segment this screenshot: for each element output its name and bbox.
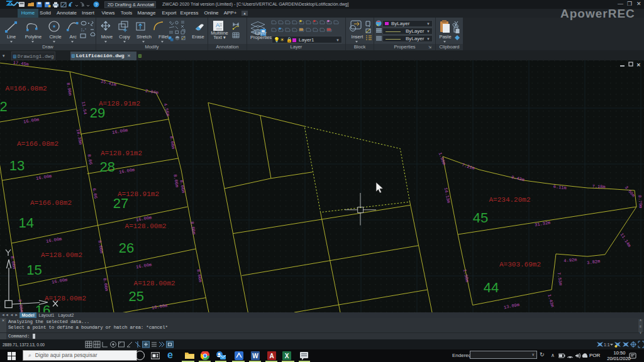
svg-text:✕: ✕ (636, 62, 641, 68)
svg-text:A=128.00m2: A=128.00m2 (125, 222, 167, 230)
svg-text:A: A (269, 353, 274, 359)
svg-text:A=166.08m2: A=166.08m2 (17, 140, 58, 148)
svg-text:A=166.08m2: A=166.08m2 (30, 199, 72, 207)
svg-text:A: A (216, 22, 219, 28)
svg-text:44: 44 (484, 280, 499, 295)
svg-text:13: 13 (9, 158, 25, 173)
svg-text:A=128.00m2: A=128.00m2 (45, 295, 86, 302)
svg-text:A=128.00m2: A=128.00m2 (134, 280, 175, 287)
svg-text:W: W (252, 353, 258, 359)
svg-text:X: X (285, 353, 289, 359)
svg-text:A=166.08m2: A=166.08m2 (6, 85, 47, 92)
svg-text:45: 45 (473, 210, 488, 226)
svg-text:?: ? (95, 3, 97, 7)
svg-text:29: 29 (90, 105, 105, 121)
svg-text:28: 28 (99, 159, 114, 175)
svg-text:26: 26 (119, 240, 134, 256)
svg-text:27: 27 (113, 195, 128, 211)
svg-text:A=128.00m2: A=128.00m2 (41, 251, 82, 259)
svg-text:25: 25 (128, 288, 143, 304)
svg-text:15: 15 (26, 262, 42, 278)
svg-text:14: 14 (18, 215, 33, 231)
svg-text:A=234.20m2: A=234.20m2 (489, 196, 530, 204)
svg-text:A=303.69m2: A=303.69m2 (499, 261, 541, 268)
svg-text:2: 2 (0, 99, 8, 114)
svg-text:A=128.91m2: A=128.91m2 (101, 150, 142, 157)
svg-text:1:1: 1:1 (604, 343, 610, 347)
svg-text:7.18m: 7.18m (592, 184, 605, 189)
